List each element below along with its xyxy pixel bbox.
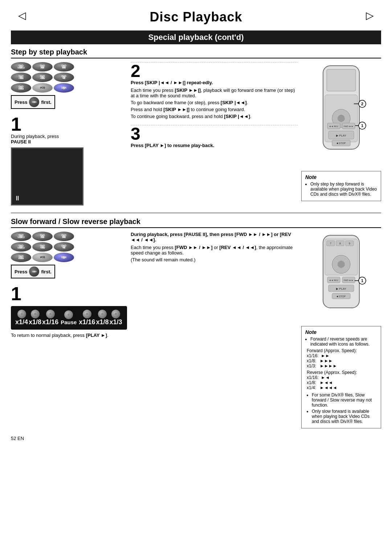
speed-disc-x1-4-icon: [17, 310, 26, 318]
slow-step1-block: During playback, press [PAUSE II], then …: [131, 232, 298, 262]
note-list-1: Only step by step forward is available w…: [305, 182, 377, 197]
note-title-2: Note: [305, 329, 377, 335]
disc-dvd-video: DVDVIDEO: [11, 62, 31, 72]
remote-svg-2: 7 8 9 ◄◄ REV FWD ►►: [309, 232, 374, 326]
slow-first-text: first.: [41, 269, 51, 274]
slow-note-rev-x1-4: x1/4: ►◄◄◄: [307, 385, 377, 390]
speed-disc-pause-icon: [64, 310, 73, 319]
disc-row-1: DVDVIDEO DVDRW DVDRW: [11, 62, 127, 72]
svg-text:8: 8: [339, 242, 341, 245]
slow-press-text: Press: [15, 269, 27, 274]
slow-disc-dvd-videomode: DVDVIDEO: [11, 242, 31, 252]
disc-vcd: VCD: [32, 83, 53, 93]
svg-text:◄◄ REV: ◄◄ REV: [329, 279, 338, 281]
slow-step1-num: 1: [11, 284, 127, 303]
slow-disc-dvd-rw-video: DVDRW: [32, 232, 53, 241]
speed-x1-8-right: x1/8: [96, 310, 109, 326]
disc-dvd-plusrw: DVD+RW: [32, 73, 53, 82]
speed-x1-3: x1/3: [109, 310, 122, 326]
slow-step1-number: 1: [11, 284, 126, 303]
slow-step1-body2: (The sound will remain muted.): [131, 257, 298, 262]
slow-note-rev-header: Reverse (Approx. Speed):: [307, 370, 377, 375]
slow-note-fwd-x1-8: x1/8: ►►►: [307, 358, 377, 363]
svg-text:■ STOP: ■ STOP: [336, 142, 346, 144]
title-wrapper: ◁ Disc Playback ▷: [11, 0, 381, 30]
press-text: Press: [15, 99, 27, 105]
slow-disc-dvd-plusrw: DVD+RW: [32, 242, 53, 252]
svg-text:◄◄ REV: ◄◄ REV: [329, 125, 338, 127]
slow-forward-right: 7 8 9 ◄◄ REV FWD ►►: [301, 232, 381, 428]
speed-indicator: x1/4 x1/8 x1/16 Pause: [11, 306, 127, 330]
title-arrow-right-icon: ▷: [366, 9, 374, 21]
section-divider: [11, 213, 381, 213]
slow-note-divx-warning: For some DivX® files, Slow forward / Slo…: [312, 392, 377, 408]
note-box-2: Note Forward / reverse speeds are indica…: [301, 326, 381, 428]
page-en: EN: [17, 436, 24, 441]
svg-point-4: [338, 115, 345, 122]
step2-header: Press [SKIP |◄◄ / ►►|] repeat-edly.: [131, 80, 298, 85]
slow-disc-dvd-ram: DVDRAM: [11, 253, 31, 262]
slow-disc-vcd: VCD: [32, 253, 53, 262]
step1-number: 1: [11, 115, 126, 134]
speed-disc-x1-8-left-icon: [31, 310, 40, 318]
page-number: 52: [11, 436, 16, 441]
slow-forward-title: Slow forward / Slow reverse playback: [11, 217, 381, 228]
speed-x1-4: x1/4: [15, 310, 28, 326]
speed-x1-16-left: x1/16: [42, 310, 58, 326]
svg-text:7: 7: [330, 242, 331, 245]
page-container: ◁ Disc Playback ▷ Special playback (cont…: [0, 0, 392, 452]
disc-row-2: DVD+RW DVD+RW DVD+R: [11, 73, 127, 82]
step1-left: 1 During playback, press PAUSE II: [11, 115, 127, 144]
step3-number: 3: [131, 125, 298, 143]
speed-x1-8-left: x1/8: [29, 310, 41, 326]
note-box-1: Note Only step by step forward is availa…: [301, 171, 381, 201]
first-text: first.: [41, 99, 51, 105]
slow-note-fwd-x1-3: x1/3: ►►►►: [307, 363, 377, 368]
section-header: Special playback (cont'd): [11, 30, 381, 44]
svg-text:2: 2: [361, 102, 363, 106]
disc-row-3: DVDRAM VCD DivX: [11, 83, 127, 93]
svg-point-28: [338, 261, 345, 268]
slow-disc-dvd-plusr: DVD+R: [54, 242, 74, 252]
svg-text:1: 1: [361, 123, 363, 128]
step2-body1: Each time you press [SKIP ►►|], playback…: [131, 87, 298, 98]
svg-text:▶ PLAY: ▶ PLAY: [336, 287, 347, 290]
slow-press-dvd-disc-icon: DVD: [29, 266, 39, 277]
step2-block: 2 Press [SKIP |◄◄ / ►►|] repeat-edly. Ea…: [131, 62, 298, 119]
speed-x1-16-right: x1/16: [79, 310, 95, 326]
svg-text:FWD ►►: FWD ►►: [343, 279, 353, 281]
pause-symbol: ⏸: [14, 195, 21, 202]
svg-text:■ STOP: ■ STOP: [336, 295, 346, 298]
step-by-step-title: Step by step playback: [11, 48, 381, 58]
step-by-step-right: ▶ PLAY ■ STOP 1 2 ◄◄ R: [301, 62, 381, 205]
speed-disc-x1-3-icon: [111, 310, 120, 318]
remote-container-1: ▶ PLAY ■ STOP 1 2 ◄◄ R: [301, 62, 381, 171]
main-title: Disc Playback: [150, 3, 242, 28]
step1-label: During playback, press: [11, 134, 59, 139]
slow-step1-body1: Each time you press [FWD ►► / ►►] or [RE…: [131, 245, 298, 256]
step-by-step-body: DVDVIDEO DVDRW DVDRW DVD+RW: [11, 62, 381, 205]
press-first-box: Press DVD first.: [11, 95, 55, 109]
slow-note-fwd-header: Forward (Approx. Speed):: [307, 348, 377, 353]
step2-body2: To go backward one frame (or step), pres…: [131, 100, 298, 105]
speed-disc-x1-8-right-icon: [98, 310, 107, 318]
slow-note-extra: For some DivX® files, Slow forward / Slo…: [307, 392, 377, 424]
slow-note-vcd-warning: Only slow forward is available when play…: [312, 409, 377, 424]
slow-step1-header: During playback, press [PAUSE II], then …: [131, 232, 298, 243]
slow-forward-middle: During playback, press [PAUSE II], then …: [131, 232, 298, 428]
svg-text:FWD ►►: FWD ►►: [343, 125, 353, 127]
title-arrow-left-icon: ◁: [18, 9, 26, 21]
disc-divx: DivX: [54, 83, 74, 93]
slow-note-item-1: Forward / reverse speeds are indicated w…: [310, 337, 377, 347]
slow-forward-left: DVDVIDEO DVDRW DVDRW DVDVIDEO: [11, 232, 127, 428]
step-by-step-section: Step by step playback DVDVIDEO DVDRW DVD…: [11, 48, 381, 205]
slow-disc-divx: DivX: [54, 253, 74, 262]
speed-disc-x1-16-left-icon: [46, 310, 55, 318]
slow-note-rev-x1-16: x1/16: ►◄: [307, 375, 377, 380]
speed-pause: Pause: [59, 310, 78, 325]
svg-text:9: 9: [349, 242, 350, 245]
slow-note-speeds: Forward (Approx. Speed): x1/16: ►► x1/8:…: [305, 348, 377, 424]
slow-note-rev-x1-8: x1/8: ►◄◄: [307, 380, 377, 385]
step1-instruction: During playback, press PAUSE II: [11, 134, 127, 144]
slow-note-fwd-x1-16: x1/16: ►►: [307, 353, 377, 358]
